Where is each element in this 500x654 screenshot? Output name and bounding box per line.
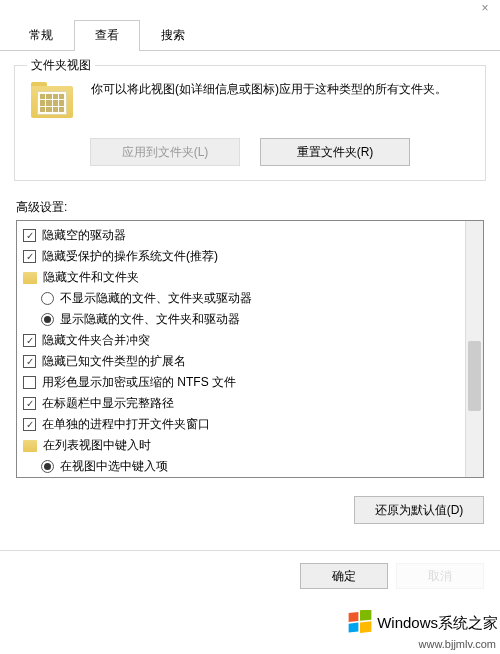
folder-icon — [23, 272, 37, 284]
tree-item-label: 显示隐藏的文件、文件夹和驱动器 — [60, 311, 240, 328]
tab-strip: 常规 查看 搜索 — [0, 20, 500, 51]
tab-view[interactable]: 查看 — [74, 20, 140, 51]
tab-general[interactable]: 常规 — [8, 20, 74, 50]
tree-item-label: 隐藏文件夹合并冲突 — [42, 332, 150, 349]
tree-item-label: 不显示隐藏的文件、文件夹或驱动器 — [60, 290, 252, 307]
svg-rect-0 — [349, 612, 359, 622]
svg-rect-2 — [349, 623, 359, 633]
tree-item-7[interactable]: 用彩色显示加密或压缩的 NTFS 文件 — [19, 372, 463, 393]
tree-item-label: 隐藏受保护的操作系统文件(推荐) — [42, 248, 218, 265]
scrollbar[interactable] — [465, 221, 483, 477]
tree-viewport[interactable]: 隐藏空的驱动器隐藏受保护的操作系统文件(推荐)隐藏文件和文件夹不显示隐藏的文件、… — [17, 221, 465, 477]
tree-item-6[interactable]: 隐藏已知文件类型的扩展名 — [19, 351, 463, 372]
tree-item-5[interactable]: 隐藏文件夹合并冲突 — [19, 330, 463, 351]
radio-icon[interactable] — [41, 460, 54, 473]
close-icon[interactable]: × — [476, 1, 494, 15]
checkbox-icon[interactable] — [23, 229, 36, 242]
checkbox-icon[interactable] — [23, 376, 36, 389]
apply-to-folders-button[interactable]: 应用到文件夹(L) — [90, 138, 240, 166]
watermark-url: www.bjjmlv.com — [419, 638, 496, 650]
watermark: Windows系统之家 — [347, 610, 498, 636]
tab-search[interactable]: 搜索 — [140, 20, 206, 50]
advanced-settings-tree: 隐藏空的驱动器隐藏受保护的操作系统文件(推荐)隐藏文件和文件夹不显示隐藏的文件、… — [16, 220, 484, 478]
checkbox-icon[interactable] — [23, 355, 36, 368]
folder-view-description: 你可以将此视图(如详细信息或图标)应用于这种类型的所有文件夹。 — [91, 80, 447, 124]
tree-item-1[interactable]: 隐藏受保护的操作系统文件(推荐) — [19, 246, 463, 267]
folder-icon — [23, 440, 37, 452]
ok-button[interactable]: 确定 — [300, 563, 388, 589]
title-bar: × — [0, 0, 500, 16]
checkbox-icon[interactable] — [23, 250, 36, 263]
tree-item-4[interactable]: 显示隐藏的文件、文件夹和驱动器 — [19, 309, 463, 330]
checkbox-icon[interactable] — [23, 397, 36, 410]
folder-view-group: 文件夹视图 你可以将此视图(如详细信息或图标)应用于这种类型的所有文件夹。 应用… — [14, 65, 486, 181]
tree-item-label: 隐藏文件和文件夹 — [43, 269, 139, 286]
tree-item-label: 在标题栏中显示完整路径 — [42, 395, 174, 412]
restore-defaults-button[interactable]: 还原为默认值(D) — [354, 496, 484, 524]
tree-item-label: 隐藏已知文件类型的扩展名 — [42, 353, 186, 370]
tree-item-8[interactable]: 在标题栏中显示完整路径 — [19, 393, 463, 414]
svg-rect-3 — [360, 621, 371, 633]
cancel-button[interactable]: 取消 — [396, 563, 484, 589]
tree-item-label: 用彩色显示加密或压缩的 NTFS 文件 — [42, 374, 236, 391]
tree-item-label: 在单独的进程中打开文件夹窗口 — [42, 416, 210, 433]
tree-item-0[interactable]: 隐藏空的驱动器 — [19, 225, 463, 246]
tree-item-9[interactable]: 在单独的进程中打开文件夹窗口 — [19, 414, 463, 435]
tree-item-label: 在视图中选中键入项 — [60, 458, 168, 475]
folder-icon — [27, 80, 77, 124]
tree-item-10[interactable]: 在列表视图中键入时 — [19, 435, 463, 456]
tree-item-label: 隐藏空的驱动器 — [42, 227, 126, 244]
radio-icon[interactable] — [41, 313, 54, 326]
watermark-brand: Windows系统之家 — [377, 614, 498, 633]
radio-icon[interactable] — [41, 292, 54, 305]
advanced-settings-label: 高级设置: — [16, 199, 484, 216]
folder-view-title: 文件夹视图 — [27, 57, 95, 74]
scroll-thumb[interactable] — [468, 341, 481, 411]
dialog-button-row: 确定 取消 — [0, 550, 500, 589]
tree-item-11[interactable]: 在视图中选中键入项 — [19, 456, 463, 477]
checkbox-icon[interactable] — [23, 334, 36, 347]
windows-logo-icon — [347, 610, 373, 636]
reset-folders-button[interactable]: 重置文件夹(R) — [260, 138, 410, 166]
tree-item-3[interactable]: 不显示隐藏的文件、文件夹或驱动器 — [19, 288, 463, 309]
tree-item-label: 在列表视图中键入时 — [43, 437, 151, 454]
tree-item-2[interactable]: 隐藏文件和文件夹 — [19, 267, 463, 288]
checkbox-icon[interactable] — [23, 418, 36, 431]
svg-rect-1 — [360, 610, 371, 621]
